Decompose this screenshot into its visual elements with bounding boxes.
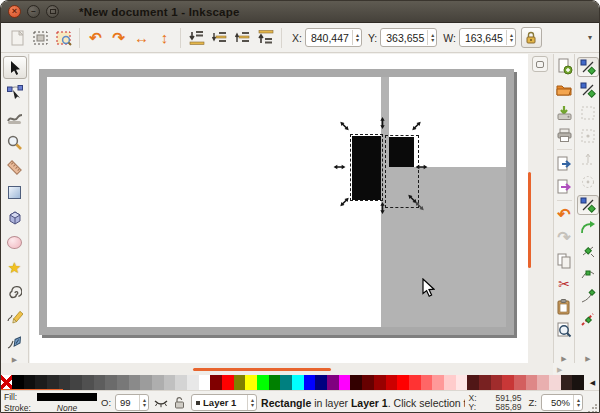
toolbar-overflow-icon[interactable]: ▾ — [588, 33, 592, 42]
palette-swatch[interactable] — [514, 375, 526, 390]
palette-swatch[interactable] — [47, 375, 59, 390]
palette-scroll-left[interactable]: ◀ — [584, 375, 600, 390]
zoom-drawing-button[interactable] — [555, 320, 574, 339]
palette-swatch[interactable] — [491, 375, 503, 390]
palette-swatch[interactable] — [94, 375, 106, 390]
undo-button[interactable]: ↶ — [555, 205, 574, 224]
palette-swatch[interactable] — [397, 375, 409, 390]
lower-to-bottom-button[interactable] — [185, 26, 208, 49]
lock-ratio-button[interactable] — [521, 27, 542, 48]
palette-swatch[interactable] — [467, 375, 479, 390]
palette-swatch[interactable] — [572, 375, 584, 390]
palette-swatch[interactable] — [152, 375, 164, 390]
fill-swatch[interactable] — [37, 393, 97, 401]
hscroll-stepper-icon[interactable]: ▶ — [557, 366, 562, 374]
palette-swatch[interactable] — [456, 375, 468, 390]
palette-swatch[interactable] — [35, 375, 47, 390]
layer-lock-button[interactable] — [172, 395, 187, 411]
title-bar[interactable]: × − *New document 1 - Inkscape — [1, 1, 599, 23]
opacity-value[interactable]: 99 — [120, 397, 136, 408]
new-document-button[interactable] — [555, 57, 574, 76]
y-value[interactable]: 363,655 — [386, 32, 424, 44]
snap-bbox-edges-toggle[interactable] — [577, 103, 599, 123]
opacity-field[interactable]: 99 ▴▾ — [115, 394, 149, 411]
sticky-zoom-button[interactable] — [532, 56, 548, 72]
palette-swatch[interactable] — [304, 375, 316, 390]
tool-rectangle[interactable] — [3, 181, 27, 204]
tool-selector[interactable] — [3, 56, 27, 79]
minimize-button[interactable]: − — [27, 5, 40, 18]
snap-bbox-corners-toggle[interactable] — [577, 126, 599, 146]
palette-swatch[interactable] — [339, 375, 351, 390]
horizontal-scrollbar-thumb[interactable] — [193, 368, 331, 371]
fill-stroke-indicator[interactable]: Fill: Stroke: None — [4, 392, 97, 413]
palette-swatch[interactable] — [362, 375, 374, 390]
palette-swatch[interactable] — [59, 375, 71, 390]
palette-swatch[interactable] — [421, 375, 433, 390]
spinner-icon[interactable]: ▴▾ — [427, 30, 434, 45]
print-button[interactable] — [555, 126, 574, 145]
snap-cusp-nodes-toggle[interactable] — [577, 241, 599, 261]
snap-others-toggle[interactable] — [577, 310, 599, 330]
palette-swatch[interactable] — [140, 375, 152, 390]
y-field[interactable]: 363,655 ▴▾ — [380, 28, 437, 47]
snap-smooth-nodes-toggle[interactable] — [577, 264, 599, 284]
tool-node-editor[interactable] — [3, 81, 27, 104]
palette-swatch[interactable] — [222, 375, 234, 390]
tool-tweak[interactable] — [3, 106, 27, 129]
x-field[interactable]: 840,447 ▴▾ — [305, 28, 362, 47]
palette-swatch[interactable] — [24, 375, 36, 390]
export-button[interactable] — [555, 177, 574, 196]
resize-grip[interactable] — [587, 403, 598, 413]
palette-swatch[interactable] — [82, 375, 94, 390]
current-layer-name[interactable]: Layer 1 — [203, 397, 241, 408]
scale-handle-bottom[interactable] — [380, 202, 386, 215]
commands-overflow-icon[interactable]: ▶ — [561, 355, 566, 363]
tool-star[interactable]: ★ — [3, 256, 27, 279]
tool-pencil[interactable] — [3, 306, 27, 329]
palette-swatch[interactable] — [257, 375, 269, 390]
palette-swatch[interactable] — [245, 375, 257, 390]
spinner-icon[interactable]: ▴▾ — [506, 30, 513, 45]
copy-button[interactable] — [555, 251, 574, 270]
tool-3d-box[interactable] — [3, 206, 27, 229]
palette-swatch[interactable] — [1, 375, 12, 390]
palette-swatch[interactable] — [187, 375, 199, 390]
spinner-icon[interactable]: ▴▾ — [247, 395, 254, 410]
deselect-button[interactable] — [52, 26, 75, 49]
palette-swatch[interactable] — [70, 375, 82, 390]
snap-nodes-toggle[interactable] — [577, 195, 599, 215]
palette-swatch[interactable] — [432, 375, 444, 390]
select-all-button[interactable] — [6, 26, 29, 49]
open-button[interactable] — [555, 80, 574, 99]
x-value[interactable]: 840,447 — [311, 32, 349, 44]
layer-visibility-button[interactable] — [153, 395, 168, 411]
palette-swatch[interactable] — [561, 375, 573, 390]
flip-horizontal-button[interactable]: ↔ — [130, 26, 153, 49]
raise-button[interactable] — [231, 26, 254, 49]
palette-swatch[interactable] — [537, 375, 549, 390]
palette-swatch[interactable] — [234, 375, 246, 390]
raise-to-top-button[interactable] — [254, 26, 277, 49]
spinner-icon[interactable]: ▴▾ — [352, 30, 359, 45]
palette-swatch[interactable] — [175, 375, 187, 390]
select-all-layers-button[interactable] — [29, 26, 52, 49]
palette-swatch[interactable] — [327, 375, 339, 390]
palette-swatch[interactable] — [409, 375, 421, 390]
close-button[interactable]: × — [8, 5, 21, 18]
palette-swatch[interactable] — [526, 375, 538, 390]
canvas[interactable] — [30, 54, 528, 363]
paste-button[interactable] — [555, 297, 574, 316]
palette-swatch[interactable] — [502, 375, 514, 390]
zoom-value[interactable]: 50% — [546, 397, 570, 408]
palette-swatch[interactable] — [164, 375, 176, 390]
palette-swatch[interactable] — [549, 375, 561, 390]
scale-handle-right[interactable] — [415, 164, 428, 170]
palette-swatch[interactable] — [350, 375, 362, 390]
tool-calligraphy[interactable] — [3, 331, 27, 354]
rotate-ccw-button[interactable]: ↶ — [84, 26, 107, 49]
flip-vertical-button[interactable]: ↕ — [153, 26, 176, 49]
lower-button[interactable] — [208, 26, 231, 49]
maximize-button[interactable] — [46, 5, 59, 18]
vertical-scrollbar-thumb[interactable] — [528, 172, 531, 268]
